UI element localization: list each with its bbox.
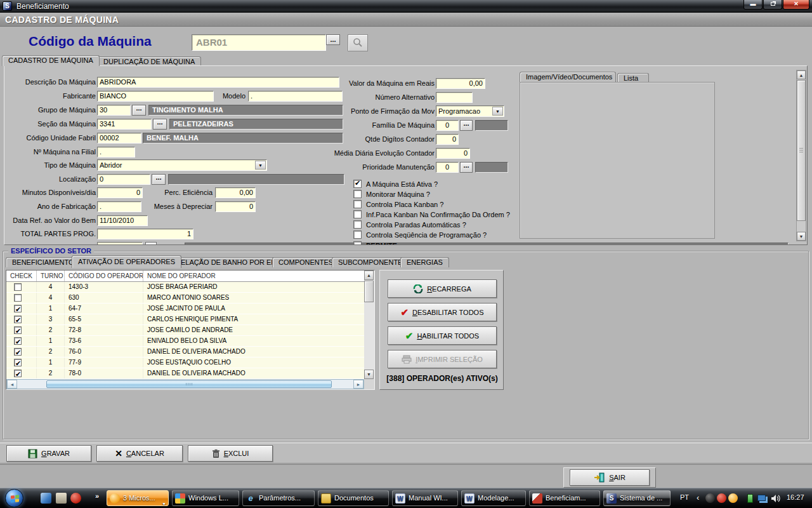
col-nome[interactable]: NOME DO OPERADOR (143, 271, 364, 281)
taskbar-item-micros[interactable]: 3 Micros... ▼ (107, 490, 169, 506)
checkbox-clipped[interactable] (353, 241, 362, 245)
language-indicator[interactable]: PT (680, 493, 689, 501)
tray-antivirus-icon[interactable] (717, 493, 726, 503)
prioridade-field[interactable]: 0 (436, 162, 459, 173)
col-turno[interactable]: TURNO (37, 271, 65, 281)
tab-beneficiamento[interactable]: BENEFICIAMENTO (6, 257, 81, 267)
clipped-browse-button[interactable] (145, 242, 157, 245)
checkbox-sequencia-programacao[interactable] (353, 231, 362, 239)
taskbar-item-beneficiamento[interactable]: Beneficiam... (529, 490, 600, 506)
row-check-cell[interactable] (6, 304, 37, 314)
clipped-field[interactable]: 0 (97, 242, 143, 245)
ponto-combo[interactable]: Programacao ▼ (436, 105, 504, 117)
row-checkbox[interactable] (14, 326, 22, 334)
scroll-up-icon[interactable]: ▲ (364, 271, 374, 280)
valor-field[interactable]: 0,00 (436, 78, 485, 89)
tab-componentes[interactable]: COMPONENTES (272, 257, 339, 267)
habilitar-todos-button[interactable]: ✔ HABILITAR TODOS (388, 326, 497, 345)
tray-chevron[interactable]: ‹ (697, 493, 699, 502)
chevron-down-icon[interactable]: ▼ (255, 161, 266, 170)
tab-ativacao-de-operadores[interactable]: ATIVAÇÃO DE OPERADORES (72, 255, 181, 268)
tipo-combo[interactable]: Abridor ▼ (97, 159, 267, 171)
grid-vertical-scrollbar[interactable]: ▲ ▼ (364, 271, 374, 379)
excluir-button[interactable]: EXCLUI (188, 445, 273, 462)
row-checkbox[interactable] (14, 359, 22, 366)
row-check-cell[interactable] (6, 293, 37, 303)
localizacao-browse-button[interactable]: ... (152, 174, 166, 185)
quick-launch-icon[interactable] (56, 493, 67, 504)
row-checkbox[interactable] (14, 316, 22, 323)
total-partes-field[interactable]: 1 (97, 229, 193, 239)
modelo-field[interactable]: . (248, 91, 343, 102)
scroll-down-icon[interactable]: ▼ (364, 370, 374, 379)
row-checkbox[interactable] (14, 305, 22, 312)
close-button[interactable]: ✕ (783, 0, 809, 10)
meses-depr-field[interactable]: 0 (215, 201, 256, 212)
row-check-cell[interactable] (6, 336, 37, 346)
secao-browse-button[interactable]: ... (153, 119, 167, 130)
machine-code-field[interactable]: ABR01 (192, 34, 326, 51)
localizacao-field[interactable]: 0 (97, 174, 150, 185)
row-checkbox[interactable] (14, 348, 22, 356)
row-check-cell[interactable] (6, 347, 37, 357)
row-checkbox[interactable] (14, 294, 22, 302)
tab-cadastro-de-maquina[interactable]: CADASTRO DE MÁQUINA (2, 55, 100, 66)
minimize-button[interactable]: ▬ (743, 0, 763, 10)
minutos-field[interactable]: 0 (97, 187, 143, 198)
table-row[interactable]: 4630MARCO ANTONIO SOARES (6, 293, 364, 304)
panel-vertical-scrollbar[interactable]: ▲ ▼ (796, 70, 806, 241)
tray-clock-icon[interactable] (728, 493, 738, 503)
table-row[interactable]: 365-5CARLOS HENRIQUE PIMENTA (6, 314, 364, 325)
desabilitar-todos-button[interactable]: ✔ DESABILITAR TODOS (388, 303, 497, 321)
table-row[interactable]: 177-9JOSE EUSTAQUIO COELHO (6, 358, 364, 368)
table-row[interactable]: 164-7JOSÉ JACINTO DE PAULA (6, 304, 364, 314)
table-row[interactable]: 278-0DANIEL DE OLIVEIRA MACHADO (6, 368, 364, 379)
network-icon[interactable] (757, 495, 766, 501)
volume-icon[interactable] (771, 494, 780, 503)
checkbox-monitorar[interactable] (353, 190, 362, 198)
scroll-up-icon[interactable]: ▲ (797, 70, 806, 79)
gravar-button[interactable]: GRAVAR (6, 445, 91, 462)
descricao-field[interactable]: ABRIDORA (97, 77, 339, 88)
table-row[interactable]: 173-6ENIVALDO BELO DA SILVA (6, 336, 364, 347)
restore-button[interactable] (763, 0, 782, 10)
secao-field[interactable]: 3341 (97, 119, 152, 130)
scroll-down-icon[interactable]: ▼ (797, 232, 806, 241)
media-diaria-field[interactable]: 0 (436, 148, 470, 159)
security-tray-icon[interactable] (70, 493, 81, 504)
machine-code-browse-button[interactable]: ... (326, 34, 340, 45)
scrollbar-thumb[interactable] (797, 80, 806, 221)
num-alt-field[interactable] (436, 92, 473, 103)
taskbar-item-windows-live[interactable]: Windows L... (172, 490, 239, 506)
tab-energias[interactable]: ENERGIAS (400, 257, 449, 267)
scroll-right-icon[interactable]: ► (353, 380, 363, 389)
chevron-down-icon[interactable]: ▼ (492, 107, 503, 116)
num-filial-field[interactable]: . (97, 147, 135, 157)
grupo-field[interactable]: 30 (97, 105, 131, 116)
familia-field[interactable]: 0 (436, 120, 459, 131)
familia-browse-button[interactable]: ... (460, 120, 473, 131)
checkbox-maquina-ativa[interactable] (353, 180, 362, 188)
scrollbar-thumb[interactable] (46, 380, 332, 388)
tab-relacao-de-banho[interactable]: RELAÇÃO DE BANHO POR EP (169, 257, 282, 267)
grupo-browse-button[interactable]: ... (132, 105, 146, 116)
grid-horizontal-scrollbar[interactable]: ◄ ► (6, 379, 364, 389)
table-row[interactable]: 272-8JOSE CAMILO DE ANDRADE (6, 325, 364, 336)
unidade-field[interactable]: 00002 (97, 133, 141, 144)
taskbar-item-documentos[interactable]: Documentos (318, 490, 389, 506)
show-desktop-icon[interactable] (41, 493, 51, 504)
perc-efic-field[interactable]: 0,00 (215, 187, 256, 198)
taskbar-item-parametros[interactable]: e Parâmetros... (242, 490, 315, 506)
battery-icon[interactable] (747, 494, 753, 503)
data-ref-field[interactable]: 11/10/2010 (97, 215, 148, 226)
row-check-cell[interactable] (6, 325, 37, 335)
table-row[interactable]: 276-0DANIEL DE OLIVEIRA MACHADO (6, 347, 364, 358)
table-row[interactable]: 41430-3JOSE BRAGA PERIARD (6, 282, 364, 293)
checkbox-inf-kanban[interactable] (353, 210, 362, 218)
tray-app-icon[interactable] (705, 493, 715, 503)
row-check-cell[interactable] (6, 282, 37, 292)
scrollbar-thumb[interactable] (364, 281, 374, 302)
ano-fab-field[interactable]: . (97, 201, 141, 212)
imprimir-selecao-button[interactable]: IMPRIMIR SELEÇÃO (388, 350, 497, 368)
row-check-cell[interactable] (6, 368, 37, 378)
